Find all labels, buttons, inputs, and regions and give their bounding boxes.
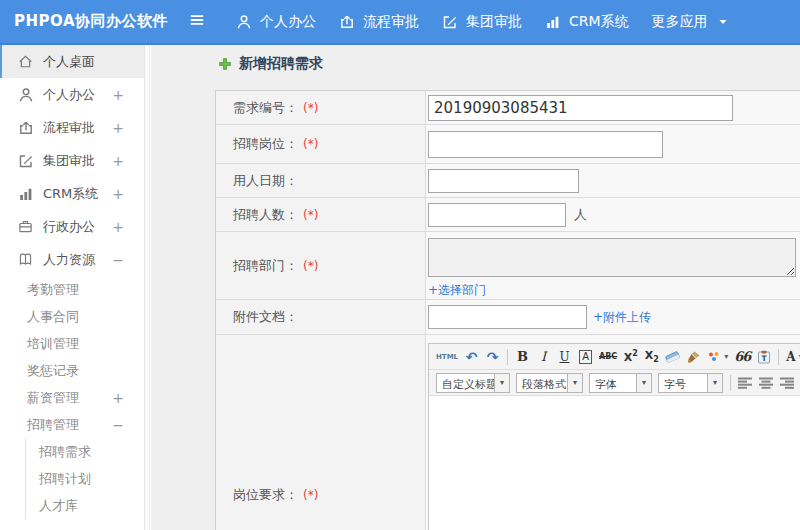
sidebar-item[interactable]: 人力资源−: [0, 243, 144, 276]
required-mark: (*): [303, 137, 318, 151]
select-label: 自定义标题: [437, 374, 494, 392]
sidebar-item[interactable]: 个人办公+: [0, 78, 144, 111]
attachment-upload-link[interactable]: +附件上传: [593, 309, 651, 326]
flow-icon: [339, 14, 355, 30]
attachment-input[interactable]: [428, 305, 587, 329]
sidebar-item[interactable]: 流程审批+: [0, 111, 144, 144]
sidebar-item[interactable]: 集团审批+: [0, 144, 144, 177]
sidebar-item[interactable]: 招聘计划: [25, 465, 144, 492]
undo-button[interactable]: ↶: [462, 347, 481, 367]
font-box-button[interactable]: A: [576, 347, 595, 367]
blockquote-button[interactable]: 66: [732, 347, 752, 367]
sidebar-item[interactable]: 个人桌面: [0, 45, 144, 78]
align-center-button[interactable]: [757, 373, 776, 393]
request-number-input[interactable]: [428, 95, 733, 121]
expand-icon[interactable]: +: [112, 186, 124, 202]
sidebar-item-label: 培训管理: [27, 335, 79, 353]
sidebar-item-label: 集团审批: [43, 152, 95, 170]
sidebar: 个人桌面个人办公+流程审批+集团审批+CRM系统+行政办公+人力资源−考勤管理人…: [0, 45, 145, 530]
user-icon: [236, 14, 252, 30]
add-icon: [218, 57, 232, 71]
expand-icon[interactable]: +: [112, 153, 124, 169]
hamburger-menu-button[interactable]: [188, 11, 206, 33]
html-source-button[interactable]: HTML: [434, 347, 460, 367]
expand-icon[interactable]: +: [112, 219, 124, 235]
sidebar-item-label: 奖惩记录: [27, 362, 79, 380]
expand-icon[interactable]: +: [112, 120, 124, 136]
sidebar-item-label: 招聘管理: [27, 416, 79, 434]
nav-item[interactable]: 流程审批: [339, 13, 419, 31]
header-nav: 个人办公流程审批集团审批CRM系统更多应用: [236, 13, 751, 31]
required-mark: (*): [303, 259, 318, 273]
editor-content-area[interactable]: [429, 396, 800, 530]
nav-item-label: 流程审批: [363, 13, 419, 31]
sidebar-item-label: 流程审批: [43, 119, 95, 137]
book-icon: [18, 252, 34, 268]
nav-item[interactable]: 更多应用: [652, 13, 728, 31]
underline-button[interactable]: U: [555, 347, 574, 367]
paste-text-button[interactable]: T: [754, 347, 773, 367]
edit-icon: [442, 14, 458, 30]
expand-icon[interactable]: +: [112, 87, 124, 103]
nav-item-label: 集团审批: [466, 13, 522, 31]
sidebar-item-label: 个人桌面: [43, 53, 95, 71]
italic-button[interactable]: I: [534, 347, 553, 367]
collapse-icon[interactable]: −: [112, 252, 124, 268]
font-size-select[interactable]: 字号▾: [658, 373, 723, 393]
collapse-icon[interactable]: −: [112, 417, 124, 433]
sidebar-item[interactable]: 招聘需求: [25, 438, 144, 465]
align-left-button[interactable]: [736, 373, 755, 393]
sidebar-item[interactable]: 薪资管理+: [0, 384, 144, 411]
label-text: 用人日期：: [233, 172, 298, 190]
headcount-input[interactable]: [428, 203, 566, 227]
format-brush-button[interactable]: [684, 347, 703, 367]
headcount-unit: 人: [574, 206, 587, 224]
bold-button[interactable]: B: [513, 347, 532, 367]
select-department-link[interactable]: +选择部门: [428, 282, 486, 299]
sidebar-item[interactable]: 行政办公+: [0, 210, 144, 243]
font-color-button[interactable]: A▾: [784, 347, 800, 367]
nav-item[interactable]: 集团审批: [442, 13, 522, 31]
subscript-button[interactable]: X2: [642, 347, 661, 367]
form-row-requirements: 岗位要求： (*) HTML↶↷BIUAABCX2X2▾66TA▾a 自定义标题…: [216, 335, 800, 530]
select-label: 段落格式: [517, 374, 567, 392]
align-right-button[interactable]: [778, 373, 797, 393]
caret-down-icon: ▾: [636, 374, 651, 392]
rich-text-editor: HTML↶↷BIUAABCX2X2▾66TA▾a 自定义标题▾段落格式▾字体▾字…: [428, 343, 800, 530]
position-input[interactable]: [428, 131, 663, 158]
strikethrough-button[interactable]: ABC: [597, 347, 619, 367]
department-textarea[interactable]: [428, 238, 796, 277]
editor-toolbar-row2: 自定义标题▾段落格式▾字体▾字号▾: [429, 370, 800, 396]
font-family-select[interactable]: 字体▾: [589, 373, 652, 393]
expand-icon[interactable]: +: [112, 390, 124, 406]
heading-select[interactable]: 自定义标题▾: [436, 373, 510, 393]
sidebar-item-label: 人才库: [39, 497, 78, 515]
nav-item-label: 个人办公: [260, 13, 316, 31]
sidebar-item[interactable]: CRM系统+: [0, 177, 144, 210]
app-title: PHPOA协同办公软件: [14, 12, 168, 31]
field-label: 用人日期：: [216, 164, 426, 197]
color-palette-button[interactable]: ▾: [705, 347, 730, 367]
sidebar-item[interactable]: 培训管理: [0, 330, 144, 357]
sidebar-item[interactable]: 人事合同: [0, 303, 144, 330]
nav-item[interactable]: 个人办公: [236, 13, 316, 31]
sidebar-item[interactable]: 考勤管理: [0, 276, 144, 303]
hamburger-icon: [188, 11, 206, 33]
nav-item-label: CRM系统: [569, 13, 629, 31]
eraser-button[interactable]: [663, 347, 682, 367]
sidebar-item[interactable]: 招聘管理−: [0, 411, 144, 438]
user-icon: [18, 87, 34, 103]
nav-item[interactable]: CRM系统: [545, 13, 629, 31]
paragraph-format-select[interactable]: 段落格式▾: [516, 373, 583, 393]
hire-date-input[interactable]: [428, 169, 579, 193]
field-label: 岗位要求： (*): [216, 335, 426, 530]
field-label: 需求编号： (*): [216, 91, 426, 124]
top-header: PHPOA协同办公软件 个人办公流程审批集团审批CRM系统更多应用: [0, 0, 800, 45]
sidebar-item[interactable]: 人才库: [25, 492, 144, 519]
superscript-button[interactable]: X2: [621, 347, 640, 367]
form-row-headcount: 招聘人数： (*) 人: [216, 198, 800, 232]
sidebar-item[interactable]: 奖惩记录: [0, 357, 144, 384]
sidebar-scrollbar[interactable]: [145, 45, 150, 530]
redo-button[interactable]: ↷: [483, 347, 502, 367]
sidebar-item-label: 招聘需求: [39, 443, 91, 461]
